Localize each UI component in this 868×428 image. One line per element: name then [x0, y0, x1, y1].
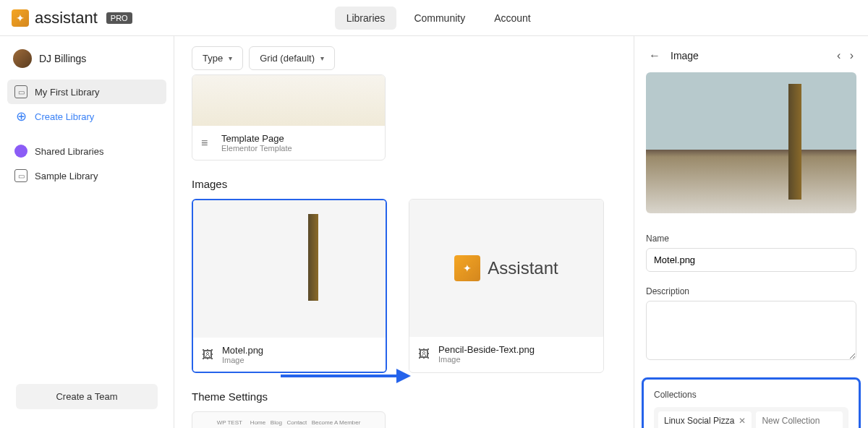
image-card-motel[interactable]: 🖼 Motel.png Image — [192, 199, 387, 373]
sidebar-item-sample[interactable]: ▭ Sample Library — [7, 163, 166, 188]
library-icon: ▭ — [14, 169, 27, 182]
description-input[interactable] — [646, 301, 856, 360]
collection-tag-label: Linux Social Pizza — [664, 416, 734, 426]
image-title: Motel.png — [222, 345, 263, 356]
new-collection-input[interactable] — [756, 411, 843, 428]
layout-filter[interactable]: Grid (default) ▾ — [249, 46, 335, 70]
avatar[interactable] — [13, 49, 32, 68]
image-subtitle: Image — [438, 355, 535, 364]
collections-label: Collections — [654, 390, 848, 400]
sidebar-item-first-library[interactable]: ▭ My First Library — [7, 80, 166, 104]
library-icon: ▭ — [14, 85, 27, 98]
sidebar-item-label: My First Library — [35, 87, 100, 98]
panel-title: Image — [671, 50, 699, 61]
template-icon: ≡ — [201, 137, 214, 150]
image-subtitle: Image — [222, 356, 263, 364]
template-thumb — [192, 75, 385, 126]
template-card[interactable]: ≡ Template Page Elementor Template — [192, 74, 386, 160]
next-button[interactable]: › — [847, 46, 856, 65]
image-title: Pencil-Beside-Text.png — [438, 344, 535, 355]
filter-label: Type — [203, 53, 223, 64]
plus-icon: ⊕ — [14, 110, 27, 123]
prev-button[interactable]: ‹ — [834, 46, 843, 65]
template-subtitle: Elementor Template — [221, 144, 292, 153]
template-title: Template Page — [221, 133, 292, 144]
image-icon: 🖼 — [202, 348, 215, 361]
chevron-down-icon: ▾ — [229, 54, 232, 62]
sidebar-item-label: Create Library — [35, 111, 94, 122]
sidebar-item-create-library[interactable]: ⊕ Create Library — [7, 104, 166, 129]
image-card-pencil[interactable]: ✦Assistant 🖼 Pencil-Beside-Text.png Imag… — [409, 199, 604, 373]
section-theme-title: Theme Settings — [192, 390, 616, 403]
name-label: Name — [646, 234, 856, 244]
remove-tag-icon[interactable]: ✕ — [739, 416, 746, 426]
name-input[interactable] — [646, 248, 856, 272]
create-team-button[interactable]: Create a Team — [16, 384, 158, 409]
shared-icon — [14, 145, 27, 158]
brand-icon: ✦ — [12, 9, 29, 27]
section-images-title: Images — [192, 178, 616, 190]
sidebar-item-label: Sample Library — [35, 171, 98, 181]
theme-card[interactable]: WP TEST Home Blog Contact Become A Membe… — [192, 411, 386, 428]
type-filter[interactable]: Type ▾ — [192, 46, 243, 70]
pro-badge: PRO — [106, 12, 132, 24]
image-icon: 🖼 — [418, 348, 431, 361]
collection-tag: Linux Social Pizza ✕ — [658, 411, 752, 428]
image-thumb — [193, 200, 386, 338]
description-label: Description — [646, 286, 856, 296]
tab-community[interactable]: Community — [402, 7, 477, 30]
tab-libraries[interactable]: Libraries — [335, 7, 397, 30]
brand-name: assistant — [35, 9, 98, 27]
sidebar-item-label: Shared Libraries — [35, 146, 103, 157]
image-thumb: ✦Assistant — [409, 200, 603, 337]
filter-label: Grid (default) — [260, 53, 315, 64]
assistant-label: Assistant — [488, 258, 558, 278]
back-button[interactable]: ← — [646, 46, 663, 65]
user-name: DJ Billings — [39, 53, 86, 64]
image-preview — [646, 72, 856, 213]
tab-account[interactable]: Account — [482, 7, 542, 30]
chevron-down-icon: ▾ — [320, 54, 324, 62]
sidebar-item-shared[interactable]: Shared Libraries — [7, 139, 166, 163]
